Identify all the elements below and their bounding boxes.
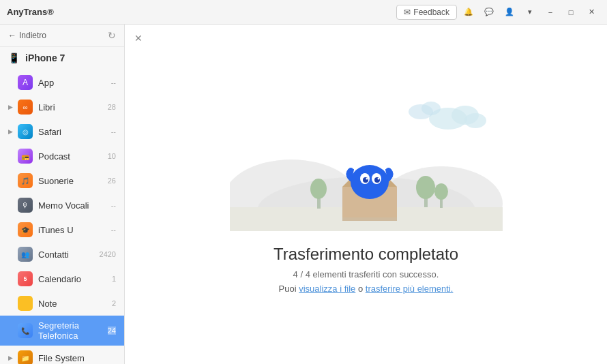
sidebar-item-voicemail[interactable]: 📞Segreteria Telefonica24: [0, 316, 124, 346]
item-count-itunes: --: [111, 226, 116, 234]
item-count-safari: --: [111, 127, 116, 136]
icon-contacts: 👥: [18, 247, 33, 262]
phone-icon: 📱: [8, 52, 20, 63]
sidebar-item-books[interactable]: ▶∞Libri28: [0, 95, 124, 119]
svg-point-3: [464, 113, 486, 128]
back-button[interactable]: ← Indietro: [8, 31, 46, 40]
icon-safari: ◎: [18, 124, 33, 139]
item-label-podcast: Podcast: [38, 151, 108, 162]
svg-point-15: [434, 183, 448, 200]
sidebar-item-calendar[interactable]: 5Calendario1: [0, 267, 124, 291]
svg-point-5: [421, 102, 441, 115]
svg-point-16: [351, 165, 389, 199]
back-label: Indietro: [19, 31, 46, 40]
sidebar-item-itunes[interactable]: 🎓iTunes U--: [0, 217, 124, 242]
sidebar-item-notes[interactable]: Note2: [0, 291, 124, 316]
icon-calendar: 5: [18, 271, 33, 286]
item-label-memo: Memo Vocali: [38, 200, 111, 211]
item-label-safari: Safari: [38, 127, 111, 137]
item-count-voicemail: 24: [108, 327, 116, 335]
app-title: AnyTrans®: [7, 7, 54, 17]
message-icon-button[interactable]: 💬: [480, 5, 498, 19]
sidebar-header: ← Indietro ↻: [0, 25, 124, 47]
completion-title: Trasferimento completato: [273, 245, 458, 264]
item-count-contacts: 2420: [100, 250, 116, 258]
icon-memo: 🎙: [18, 198, 33, 213]
icon-notes: [18, 296, 33, 311]
svg-point-21: [366, 178, 368, 180]
mail-icon: ✉: [404, 7, 411, 17]
sidebar-item-memo[interactable]: 🎙Memo Vocali--: [0, 193, 124, 217]
icon-voicemail: 📞: [18, 323, 33, 338]
titlebar: AnyTrans® ✉ Feedback 🔔 💬 👤 ▾ − □ ✕: [0, 0, 607, 25]
item-label-app: App: [38, 78, 111, 88]
item-label-itunes: iTunes U: [38, 225, 111, 235]
feedback-button[interactable]: ✉ Feedback: [396, 5, 457, 20]
svg-point-22: [377, 178, 379, 180]
icon-books: ∞: [18, 100, 33, 115]
item-label-voicemail: Segreteria Telefonica: [38, 320, 108, 341]
icon-app: A: [18, 75, 33, 90]
item-label-ringtone: Suonerie: [38, 176, 108, 186]
item-label-calendar: Calendario: [38, 274, 112, 284]
dropdown-arrow-button[interactable]: ▾: [521, 5, 539, 19]
icon-ringtone: 🎵: [18, 173, 33, 188]
titlebar-controls: ✉ Feedback 🔔 💬 👤 ▾ − □ ✕: [396, 5, 600, 20]
completion-text-block: Trasferimento completato 4 / 4 elementi …: [273, 245, 458, 294]
completion-subtitle: 4 / 4 elementi trasferiti con successo.: [273, 269, 458, 279]
item-label-contacts: Contatti: [38, 249, 100, 260]
icon-itunes: 🎓: [18, 222, 33, 237]
view-files-link[interactable]: visualizza i file: [299, 284, 355, 294]
svg-point-13: [416, 176, 435, 199]
item-label-filesystem: File System: [38, 353, 116, 363]
transfer-more-link[interactable]: trasferire più elementi.: [366, 284, 454, 294]
app-title-text: AnyTrans®: [7, 7, 54, 17]
item-count-notes: 2: [112, 299, 116, 307]
content-close-button[interactable]: ✕: [132, 31, 145, 45]
item-count-books: 28: [108, 103, 116, 111]
sidebar-item-filesystem[interactable]: ▶📁File System: [0, 346, 124, 364]
sidebar-item-app[interactable]: AApp--: [0, 70, 124, 95]
close-button[interactable]: ✕: [582, 5, 600, 19]
icon-podcast: 📻: [18, 149, 33, 164]
sidebar-item-contacts[interactable]: 👥Contatti2420: [0, 242, 124, 267]
refresh-button[interactable]: ↻: [108, 30, 116, 41]
item-label-books: Libri: [38, 102, 108, 112]
sidebar-item-podcast[interactable]: 📻Podcast10: [0, 144, 124, 168]
item-count-ringtone: 26: [108, 177, 116, 185]
sidebar-item-safari[interactable]: ▶◎Safari--: [0, 119, 124, 144]
svg-point-11: [310, 179, 327, 199]
item-label-notes: Note: [38, 299, 112, 309]
sidebar: ← Indietro ↻ 📱 iPhone 7 AApp--▶∞Libri28▶…: [0, 25, 125, 364]
item-count-app: --: [111, 78, 116, 87]
sidebar-items-list: AApp--▶∞Libri28▶◎Safari--📻Podcast10🎵Suon…: [0, 70, 124, 364]
maximize-button[interactable]: □: [562, 5, 580, 19]
expand-arrow-filesystem: ▶: [8, 354, 15, 361]
sidebar-item-ringtone[interactable]: 🎵Suonerie26: [0, 168, 124, 193]
back-arrow-icon: ←: [8, 31, 16, 40]
completion-links: Puoi visualizza i file o trasferire più …: [273, 284, 458, 294]
illustration-container: Trasferimento completato 4 / 4 elementi …: [230, 81, 503, 307]
expand-arrow-safari: ▶: [8, 128, 15, 135]
user-icon-button[interactable]: 👤: [501, 5, 518, 19]
content-area: ✕: [125, 25, 607, 364]
item-count-podcast: 10: [108, 152, 116, 160]
minimize-button[interactable]: −: [542, 5, 559, 19]
icon-filesystem: 📁: [18, 350, 33, 364]
completion-illustration: [230, 81, 503, 231]
item-count-memo: --: [111, 201, 116, 209]
expand-arrow-books: ▶: [8, 104, 15, 110]
bell-icon-button[interactable]: 🔔: [460, 5, 477, 19]
item-count-calendar: 1: [112, 275, 116, 283]
main-container: ← Indietro ↻ 📱 iPhone 7 AApp--▶∞Libri28▶…: [0, 25, 607, 364]
device-name: 📱 iPhone 7: [0, 47, 124, 70]
